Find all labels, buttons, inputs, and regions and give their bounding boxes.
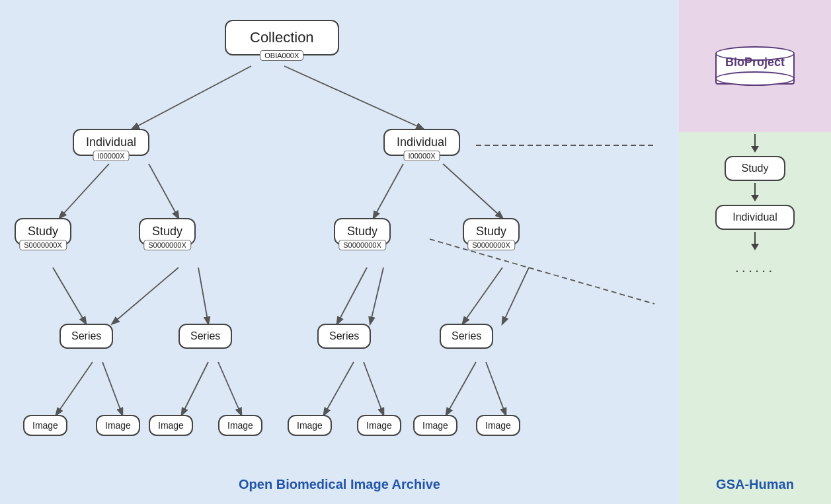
study4-node: Study S0000000X: [463, 218, 520, 245]
collection-node: Collection OBIA000X: [225, 20, 339, 55]
individual2-node: Individual I00000X: [383, 129, 460, 156]
study1-node: Study S0000000X: [15, 218, 71, 245]
svg-line-7: [112, 268, 178, 324]
svg-line-15: [182, 362, 208, 415]
svg-line-2: [59, 164, 109, 218]
svg-line-22: [430, 239, 654, 304]
study4-id: S0000000X: [467, 240, 515, 250]
study1-id: S0000000X: [19, 240, 67, 250]
svg-line-4: [374, 164, 403, 218]
svg-line-14: [102, 362, 122, 415]
series2-node: Series: [178, 324, 232, 349]
series4-node: Series: [440, 324, 493, 349]
image2-node: Image: [96, 415, 140, 436]
arrow-bioproject-study: [679, 132, 831, 156]
right-panel: BioProject Study Individual ...... GSA-H…: [679, 0, 831, 504]
svg-marker-26: [751, 195, 759, 201]
svg-line-12: [502, 268, 529, 324]
image3-node: Image: [149, 415, 193, 436]
svg-line-10: [370, 268, 383, 324]
left-label: Open Biomedical Image Archive: [239, 477, 440, 492]
svg-line-9: [337, 268, 367, 324]
svg-line-13: [56, 362, 93, 415]
svg-line-5: [443, 164, 502, 218]
individual1-id: I00000X: [93, 151, 130, 161]
svg-marker-28: [751, 244, 759, 250]
study3-node: Study S0000000X: [334, 218, 391, 245]
svg-line-18: [364, 362, 383, 415]
arrow-study-individual: [679, 181, 831, 205]
individual1-node: Individual I00000X: [73, 129, 149, 156]
individual2-id: I00000X: [404, 151, 440, 161]
svg-line-16: [218, 362, 241, 415]
image4-node: Image: [218, 415, 262, 436]
svg-line-1: [284, 66, 423, 129]
continuation-dots: ......: [735, 259, 775, 276]
svg-line-8: [198, 268, 208, 324]
image7-node: Image: [413, 415, 457, 436]
study2-id: S0000000X: [143, 240, 191, 250]
image1-node: Image: [23, 415, 67, 436]
right-label: GSA-Human: [716, 477, 794, 492]
svg-line-6: [53, 268, 86, 324]
right-individual-node: Individual: [715, 205, 795, 230]
series1-node: Series: [59, 324, 113, 349]
svg-line-11: [463, 268, 502, 324]
svg-line-17: [324, 362, 354, 415]
svg-line-20: [486, 362, 506, 415]
bioproject-label: BioProject: [715, 55, 795, 69]
svg-line-19: [446, 362, 476, 415]
study3-id: S0000000X: [338, 240, 386, 250]
svg-marker-24: [751, 146, 759, 153]
bioproject-section: BioProject: [679, 0, 831, 132]
svg-line-0: [132, 66, 251, 129]
image8-node: Image: [476, 415, 520, 436]
image5-node: Image: [288, 415, 332, 436]
image6-node: Image: [357, 415, 401, 436]
series3-node: Series: [317, 324, 371, 349]
left-panel: Collection OBIA000X Individual I00000X I…: [0, 0, 679, 504]
right-study-node: Study: [725, 156, 786, 181]
svg-line-3: [149, 164, 178, 218]
arrow-individual-dots: [679, 230, 831, 254]
collection-id: OBIA000X: [260, 50, 303, 61]
study2-node: Study S0000000X: [139, 218, 196, 245]
